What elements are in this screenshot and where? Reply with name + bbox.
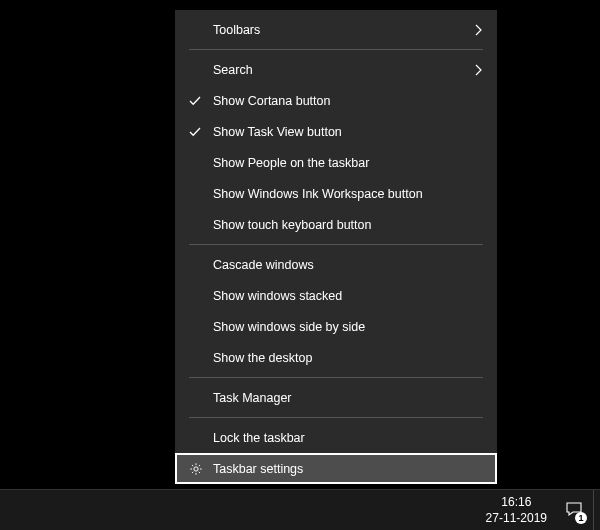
tray-date: 27-11-2019	[486, 510, 547, 526]
menu-item-label: Show touch keyboard button	[213, 218, 467, 232]
menu-item-task-manager[interactable]: Task Manager	[175, 382, 497, 413]
menu-item-lock-the-taskbar[interactable]: Lock the taskbar	[175, 422, 497, 453]
chevron-right-icon	[467, 64, 483, 76]
menu-item-label: Show windows stacked	[213, 289, 467, 303]
action-center-button[interactable]: 1	[555, 490, 593, 530]
menu-item-show-the-desktop[interactable]: Show the desktop	[175, 342, 497, 373]
menu-item-label: Show the desktop	[213, 351, 467, 365]
taskbar[interactable]: 16:16 27-11-2019 1	[0, 489, 600, 530]
menu-item-toolbars[interactable]: Toolbars	[175, 14, 497, 45]
menu-item-show-windows-side-by-side[interactable]: Show windows side by side	[175, 311, 497, 342]
menu-item-search[interactable]: Search	[175, 54, 497, 85]
menu-item-label: Task Manager	[213, 391, 467, 405]
system-tray-clock[interactable]: 16:16 27-11-2019	[478, 490, 555, 530]
menu-item-show-people-on-taskbar[interactable]: Show People on the taskbar	[175, 147, 497, 178]
menu-item-label: Cascade windows	[213, 258, 467, 272]
menu-item-show-windows-stacked[interactable]: Show windows stacked	[175, 280, 497, 311]
menu-item-taskbar-settings[interactable]: Taskbar settings	[175, 453, 497, 484]
checkmark-icon	[189, 95, 213, 107]
chevron-right-icon	[467, 24, 483, 36]
menu-item-label: Show windows side by side	[213, 320, 467, 334]
svg-point-0	[194, 466, 198, 470]
tray-time: 16:16	[501, 494, 531, 510]
menu-item-label: Show People on the taskbar	[213, 156, 467, 170]
menu-item-label: Taskbar settings	[213, 462, 467, 476]
desktop: Toolbars Search Show Cortana button	[0, 0, 600, 530]
taskbar-context-menu: Toolbars Search Show Cortana button	[175, 10, 497, 484]
separator	[189, 377, 483, 378]
separator	[189, 417, 483, 418]
menu-item-show-touch-keyboard-button[interactable]: Show touch keyboard button	[175, 209, 497, 240]
menu-item-label: Lock the taskbar	[213, 431, 467, 445]
taskbar-spacer	[0, 490, 478, 530]
checkmark-icon	[189, 126, 213, 138]
menu-item-label: Show Task View button	[213, 125, 467, 139]
menu-item-show-windows-ink-workspace-button[interactable]: Show Windows Ink Workspace button	[175, 178, 497, 209]
menu-item-label: Search	[213, 63, 467, 77]
menu-item-label: Show Cortana button	[213, 94, 467, 108]
menu-item-show-cortana-button[interactable]: Show Cortana button	[175, 85, 497, 116]
show-desktop-peek[interactable]	[593, 490, 600, 530]
separator	[189, 49, 483, 50]
separator	[189, 244, 483, 245]
menu-item-label: Toolbars	[213, 23, 467, 37]
gear-icon	[189, 462, 213, 476]
menu-item-cascade-windows[interactable]: Cascade windows	[175, 249, 497, 280]
menu-item-show-task-view-button[interactable]: Show Task View button	[175, 116, 497, 147]
menu-item-label: Show Windows Ink Workspace button	[213, 187, 467, 201]
notification-badge: 1	[575, 512, 587, 524]
